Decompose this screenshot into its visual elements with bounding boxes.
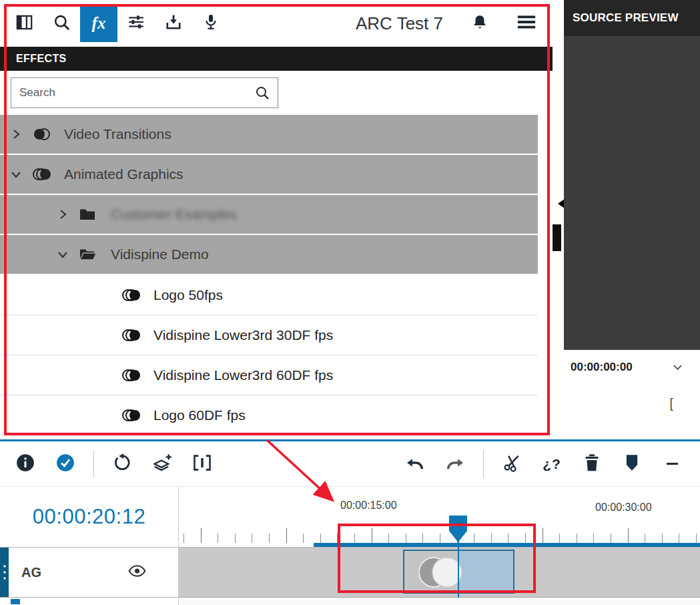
tree-item-animated-graphics[interactable]: Animated Graphics (0, 155, 538, 194)
microphone-icon (203, 13, 219, 34)
project-title: ARC Test 7 (356, 13, 443, 34)
app-screen: fx ARC Test 7 (0, 0, 700, 605)
scissors-icon (502, 453, 521, 475)
insert-clip-button[interactable] (187, 449, 218, 479)
track-lane-ag[interactable] (179, 548, 700, 598)
tree-item-lower3rd-60df[interactable]: Vidispine Lower3rd 60DF fps (0, 355, 538, 395)
check-circle-icon (55, 453, 75, 475)
playhead-timecode-cell: 00:00:20:12 (0, 487, 179, 548)
notifications-button[interactable] (471, 13, 488, 34)
animated-graphic-icon (32, 166, 63, 182)
chevron-down-icon[interactable] (56, 248, 79, 261)
ruler-label-15s: 00:00:15:00 (340, 499, 397, 512)
source-preview-header: SOURCE PREVIEW (564, 0, 700, 36)
add-layer-button[interactable] (147, 449, 178, 479)
layers-plus-icon (151, 453, 173, 475)
folder-open-icon (79, 247, 109, 262)
export-button[interactable] (155, 5, 192, 42)
effects-panel-title: EFFECTS (16, 53, 67, 65)
effects-search-input[interactable] (11, 77, 278, 108)
columns-view-button[interactable] (5, 5, 43, 42)
next-track-lane-stub (179, 598, 700, 605)
chevron-down-icon[interactable] (673, 361, 683, 374)
reset-button[interactable] (107, 449, 137, 479)
fx-icon: fx (92, 14, 106, 33)
menu-button[interactable] (516, 14, 537, 33)
trash-icon (583, 453, 601, 475)
tree-item-logo-50fps[interactable]: Logo 50fps (0, 275, 538, 315)
chevron-down-icon[interactable] (9, 168, 32, 181)
tree-item-vidispine-demo[interactable]: Vidispine Demo (0, 235, 538, 274)
animated-graphic-icon (121, 327, 152, 343)
export-icon (164, 13, 183, 33)
tree-item-label: Vidispine Lower3rd 30DF fps (153, 327, 333, 343)
effects-panel-header: EFFECTS (0, 47, 553, 71)
source-preview-video[interactable] (564, 36, 700, 350)
cut-button[interactable] (496, 449, 527, 479)
search-icon[interactable] (254, 85, 270, 104)
effects-panel: fx ARC Test 7 (0, 0, 553, 439)
transition-icon (32, 126, 63, 142)
chevron-right-icon[interactable] (56, 208, 79, 221)
redo-arrow-icon (445, 454, 465, 474)
minus-icon (667, 463, 678, 465)
effects-tab-button[interactable]: fx (80, 5, 117, 42)
mark-in-bracket[interactable]: [ (669, 395, 673, 411)
toolbar-right-group: ARC Test 7 (356, 13, 537, 34)
track-header-ag: AG (0, 548, 179, 598)
voiceover-button[interactable] (192, 5, 230, 42)
marker-flag-icon (624, 453, 640, 475)
tree-item-label: Logo 60DF fps (153, 407, 246, 423)
timeline-toolbar: ¿? (0, 441, 700, 487)
tree-item-logo-60df[interactable]: Logo 60DF fps (0, 395, 538, 435)
replace-button[interactable]: ¿? (537, 449, 567, 479)
animated-graphic-icon (121, 407, 152, 423)
tree-item-customer-examples[interactable]: Customer Examples (0, 195, 538, 234)
search-icon (53, 13, 71, 34)
add-marker-button[interactable] (617, 449, 647, 479)
undo-button[interactable] (400, 449, 430, 479)
next-track-grip-stub[interactable] (11, 599, 20, 604)
adjust-button[interactable] (117, 5, 155, 42)
hamburger-icon (516, 21, 537, 32)
timeline-ruler[interactable]: 00:00:15:00 00:00:30:00 (179, 487, 700, 548)
track-name: AG (21, 565, 41, 580)
redo-button[interactable] (440, 449, 470, 479)
tree-item-video-transitions[interactable]: Video Transitions (0, 115, 538, 154)
animated-graphic-icon (121, 287, 152, 303)
columns-icon (15, 13, 33, 34)
playhead-timecode: 00:00:20:12 (33, 505, 145, 529)
next-track-header-stub (0, 598, 179, 605)
tree-item-lower3rd-30df[interactable]: Vidispine Lower3rd 30DF fps (0, 315, 538, 355)
tree-item-label: Logo 50fps (153, 287, 223, 303)
reset-arrow-icon (112, 453, 132, 475)
folder-closed-icon (79, 207, 109, 222)
timeline-panel: ¿? 00:00:20:12 00:00:15:00 (0, 439, 700, 605)
track-visibility-button[interactable] (128, 564, 146, 580)
search-button[interactable] (43, 5, 80, 42)
toolbar-separator (483, 450, 484, 478)
tree-item-label: Animated Graphics (64, 166, 184, 182)
clip-thumbnail-circles (411, 554, 472, 594)
effects-search-row (0, 71, 553, 115)
undo-arrow-icon (405, 454, 425, 474)
sliders-icon (127, 13, 145, 33)
question-marks-icon: ¿? (543, 456, 561, 472)
playhead-line (458, 541, 459, 598)
ruler-range-bar (314, 543, 700, 547)
panel-collapse-arrow-icon[interactable] (553, 199, 565, 208)
animated-graphic-icon (121, 367, 152, 383)
info-icon (15, 453, 35, 475)
track-drag-handle[interactable] (0, 548, 9, 597)
chevron-right-icon[interactable] (9, 128, 32, 141)
info-button[interactable] (10, 449, 41, 479)
source-preview-title: SOURCE PREVIEW (573, 11, 679, 25)
tree-item-label: Customer Examples (111, 206, 237, 222)
panel-splitter-handle[interactable] (553, 224, 561, 251)
delete-button[interactable] (577, 449, 607, 479)
ruler-label-30s: 00:00:30:00 (595, 501, 652, 514)
zoom-out-button[interactable] (657, 449, 687, 479)
approve-button[interactable] (50, 449, 81, 479)
toolbar-separator (93, 450, 94, 478)
main-toolbar: fx ARC Test 7 (0, 0, 553, 47)
